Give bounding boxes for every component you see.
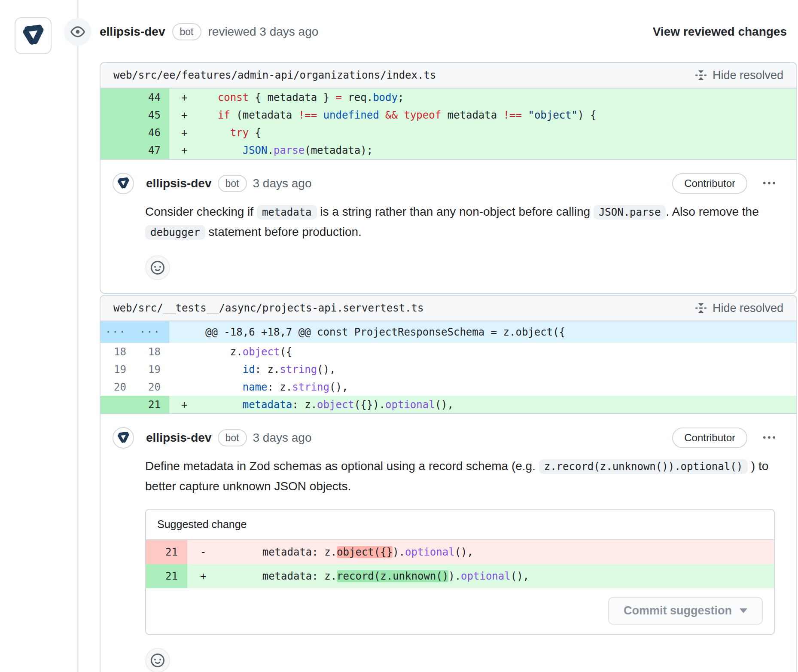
diff-line: 21+ metadata: z.object({}).optional(), bbox=[101, 396, 796, 413]
line-number-old bbox=[101, 396, 135, 413]
file-header: web/src/__tests__/async/projects-api.ser… bbox=[101, 296, 796, 321]
line-number-new: 44 bbox=[135, 89, 169, 106]
code-token bbox=[317, 109, 323, 121]
code-token: typeof bbox=[404, 109, 441, 121]
diff-code: id: z.string(), bbox=[169, 360, 796, 378]
comment-menu-button[interactable] bbox=[763, 431, 776, 444]
contributor-badge: Contributor bbox=[672, 173, 747, 194]
code-token: name bbox=[243, 381, 268, 393]
eye-icon bbox=[70, 24, 85, 39]
code-token: optional bbox=[405, 546, 455, 558]
review-comment: ellipsis-dev bot 3 days ago Contributor … bbox=[101, 159, 796, 293]
line-number-new: 47 bbox=[135, 141, 169, 159]
add-reaction-button[interactable] bbox=[145, 255, 170, 280]
code-token: ) { bbox=[578, 109, 596, 121]
bot-badge: bot bbox=[172, 23, 201, 40]
hide-resolved-button[interactable]: Hide resolved bbox=[694, 302, 783, 315]
file-path[interactable]: web/src/ee/features/admin-api/organizati… bbox=[113, 69, 436, 81]
diff-line: 1919 id: z.string(), bbox=[101, 360, 796, 378]
smiley-icon bbox=[151, 654, 164, 667]
code-token: (), bbox=[317, 363, 335, 376]
code-token: (), bbox=[511, 570, 529, 582]
code-token: : z. bbox=[255, 363, 280, 376]
inline-code: z.record(z.unknown()).optional() bbox=[539, 459, 748, 474]
ellipsis-logo-icon bbox=[21, 23, 46, 48]
line-number-old: 20 bbox=[101, 378, 135, 396]
ellipsis-logo-icon bbox=[116, 431, 130, 445]
code-token bbox=[205, 127, 230, 139]
fold-icon bbox=[694, 302, 707, 315]
code-token: !== bbox=[298, 109, 317, 121]
code-token: try bbox=[230, 127, 249, 139]
diff-sign: + bbox=[169, 92, 205, 104]
code-token: metadata: z. bbox=[225, 570, 337, 582]
comment-author[interactable]: ellipsis-dev bbox=[146, 431, 212, 445]
code-token: @@ -18,6 +18,7 @@ const ProjectResponseS… bbox=[205, 326, 565, 338]
inline-code: metadata bbox=[257, 205, 317, 220]
code-token: ; bbox=[398, 92, 404, 104]
comment-menu-button[interactable] bbox=[763, 177, 776, 190]
review-thread-card-2: web/src/__tests__/async/projects-api.ser… bbox=[100, 295, 797, 672]
diff-block: ······@@ -18,6 +18,7 @@ const ProjectRes… bbox=[101, 321, 796, 413]
code-token: if bbox=[218, 109, 230, 121]
ellipsis-logo-icon bbox=[116, 177, 130, 190]
diff-sign: - bbox=[187, 546, 225, 558]
kebab-horizontal-icon bbox=[763, 177, 776, 190]
comment-author[interactable]: ellipsis-dev bbox=[146, 177, 212, 190]
comment-body: Define metadata in Zod schemas as option… bbox=[145, 456, 775, 496]
code-token bbox=[205, 92, 218, 104]
code-token: z. bbox=[205, 346, 243, 358]
suggested-change-block: Suggested change 21- metadata: z.object(… bbox=[145, 509, 775, 635]
diff-line: 44+ const { metadata } = req.body; bbox=[101, 89, 796, 106]
code-token: (metadata bbox=[230, 109, 298, 121]
code-token: object bbox=[243, 346, 280, 358]
review-meta: reviewed 3 days ago bbox=[208, 25, 319, 39]
code-token: id bbox=[243, 363, 255, 376]
code-token bbox=[398, 109, 404, 121]
code-token: && bbox=[385, 109, 398, 121]
diff-code: name: z.string(), bbox=[169, 378, 796, 396]
avatar[interactable] bbox=[15, 17, 52, 54]
diff-line: 47+ JSON.parse(metadata); bbox=[101, 141, 796, 159]
diff-code: + const { metadata } = req.body; bbox=[169, 89, 796, 106]
code-token: (), bbox=[455, 546, 473, 558]
code-token bbox=[205, 381, 243, 393]
line-number-old: ··· bbox=[101, 321, 135, 343]
line-number-new: 45 bbox=[135, 106, 169, 124]
diff-sign: + bbox=[169, 109, 205, 121]
hide-resolved-label: Hide resolved bbox=[713, 69, 783, 82]
code-token: object({} bbox=[337, 546, 393, 558]
code-token: (), bbox=[435, 399, 454, 411]
diff-sign: + bbox=[169, 399, 205, 411]
diff-block: 44+ const { metadata } = req.body;45+ if… bbox=[101, 89, 796, 159]
code-token: = bbox=[335, 92, 341, 104]
file-path[interactable]: web/src/__tests__/async/projects-api.ser… bbox=[113, 302, 423, 314]
review-author[interactable]: ellipsis-dev bbox=[100, 25, 165, 39]
line-number-old bbox=[101, 89, 135, 106]
code-token: optional bbox=[461, 570, 511, 582]
review-eye-badge bbox=[64, 18, 91, 46]
comment-avatar[interactable] bbox=[113, 427, 134, 449]
diff-code: @@ -18,6 +18,7 @@ const ProjectResponseS… bbox=[169, 321, 796, 343]
comment-timestamp[interactable]: 3 days ago bbox=[253, 431, 312, 445]
diff-code: + JSON.parse(metadata); bbox=[169, 141, 796, 159]
code-token: string bbox=[280, 363, 317, 376]
commit-suggestion-button[interactable]: Commit suggestion bbox=[608, 597, 763, 625]
fold-icon bbox=[694, 69, 707, 82]
code-token: optional bbox=[385, 399, 435, 411]
code-token: parse bbox=[274, 144, 305, 156]
suggested-change-footer: Commit suggestion bbox=[146, 588, 774, 634]
line-number: 21 bbox=[146, 540, 187, 564]
suggestion-diff-line: 21- metadata: z.object({}).optional(), bbox=[146, 540, 774, 564]
comment-avatar[interactable] bbox=[113, 173, 134, 194]
view-reviewed-changes-link[interactable]: View reviewed changes bbox=[653, 25, 787, 39]
code-token: record(z.unknown() bbox=[337, 570, 448, 582]
hide-resolved-button[interactable]: Hide resolved bbox=[694, 69, 783, 82]
comment-timestamp[interactable]: 3 days ago bbox=[253, 177, 312, 190]
add-reaction-button[interactable] bbox=[145, 648, 170, 672]
line-number-new: 46 bbox=[135, 124, 169, 141]
suggestion-code: + metadata: z.record(z.unknown()).option… bbox=[187, 564, 774, 588]
diff-line: ······@@ -18,6 +18,7 @@ const ProjectRes… bbox=[101, 321, 796, 343]
diff-line: 46+ try { bbox=[101, 124, 796, 141]
code-token: : z. bbox=[268, 381, 292, 393]
